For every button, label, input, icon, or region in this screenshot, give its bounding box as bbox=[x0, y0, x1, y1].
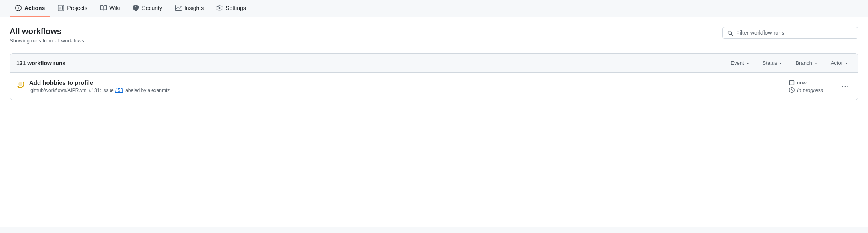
tab-actions[interactable]: Actions bbox=[10, 0, 50, 17]
search-input[interactable] bbox=[736, 30, 853, 36]
page-title: All workflows bbox=[10, 27, 84, 36]
workflow-title[interactable]: Add hobbies to profile bbox=[29, 79, 170, 86]
search-icon bbox=[727, 30, 733, 36]
calendar-icon bbox=[789, 80, 795, 85]
actor-filter-label: Actor bbox=[831, 60, 843, 66]
workflow-status: In progress bbox=[797, 87, 823, 93]
status-filter-label: Status bbox=[763, 60, 777, 66]
status-row: In progress bbox=[789, 87, 823, 93]
workflow-time: now In progress bbox=[789, 80, 829, 93]
tab-settings[interactable]: Settings bbox=[211, 0, 252, 17]
tab-projects-label: Projects bbox=[67, 5, 87, 11]
page-subtitle: Showing runs from all workflows bbox=[10, 38, 84, 44]
actor-filter-button[interactable]: Actor bbox=[828, 58, 852, 68]
tab-insights-label: Insights bbox=[184, 5, 204, 11]
branch-filter-label: Branch bbox=[795, 60, 812, 66]
workflow-left: Add hobbies to profile .github/workflows… bbox=[16, 79, 170, 93]
tab-insights[interactable]: Insights bbox=[170, 0, 209, 17]
table-row: Add hobbies to profile .github/workflows… bbox=[10, 73, 858, 100]
search-box[interactable] bbox=[722, 27, 858, 39]
clock-icon bbox=[789, 87, 795, 93]
gear-icon bbox=[216, 5, 223, 11]
workflow-issue-link[interactable]: #53 bbox=[115, 88, 123, 93]
event-filter-label: Event bbox=[731, 60, 744, 66]
workflow-table: 131 workflow runs Event Status Branch Ac… bbox=[10, 53, 858, 100]
book-icon bbox=[100, 5, 107, 11]
more-options-button[interactable] bbox=[839, 81, 852, 92]
projects-icon bbox=[58, 5, 64, 11]
status-filter-button[interactable]: Status bbox=[759, 58, 786, 68]
main-content: All workflows Showing runs from all work… bbox=[0, 17, 868, 227]
svg-point-1 bbox=[18, 82, 22, 86]
tab-security-label: Security bbox=[142, 5, 162, 11]
table-header: 131 workflow runs Event Status Branch Ac… bbox=[10, 54, 858, 73]
workflow-issue-prefix: #131: Issue bbox=[89, 88, 115, 93]
shield-icon bbox=[133, 5, 139, 11]
tab-projects[interactable]: Projects bbox=[52, 0, 93, 17]
time-row: now bbox=[789, 80, 807, 86]
play-icon bbox=[15, 5, 22, 11]
workflow-path: .github/workflows/AIPR.yml bbox=[29, 88, 87, 93]
tab-actions-label: Actions bbox=[24, 5, 45, 11]
branch-filter-button[interactable]: Branch bbox=[792, 58, 821, 68]
workflow-info: Add hobbies to profile .github/workflows… bbox=[29, 79, 170, 93]
run-count-label: 131 workflow runs bbox=[16, 60, 65, 66]
tab-settings-label: Settings bbox=[226, 5, 246, 11]
header-row: All workflows Showing runs from all work… bbox=[10, 27, 858, 44]
event-filter-button[interactable]: Event bbox=[727, 58, 753, 68]
tab-wiki-label: Wiki bbox=[109, 5, 120, 11]
nav-tabs: Actions Projects Wiki Security bbox=[0, 0, 868, 17]
tab-security[interactable]: Security bbox=[127, 0, 168, 17]
status-in-progress-icon bbox=[16, 80, 24, 88]
tab-wiki[interactable]: Wiki bbox=[95, 0, 125, 17]
workflow-labeled-by: labeled by alexanmtz bbox=[125, 88, 170, 93]
graph-icon bbox=[175, 5, 182, 11]
workflow-right: now In progress bbox=[789, 80, 852, 93]
table-filters: Event Status Branch Actor bbox=[727, 58, 852, 68]
header-left: All workflows Showing runs from all work… bbox=[10, 27, 84, 44]
workflow-meta: .github/workflows/AIPR.yml #131: Issue #… bbox=[29, 88, 170, 93]
workflow-run-time: now bbox=[797, 80, 807, 86]
